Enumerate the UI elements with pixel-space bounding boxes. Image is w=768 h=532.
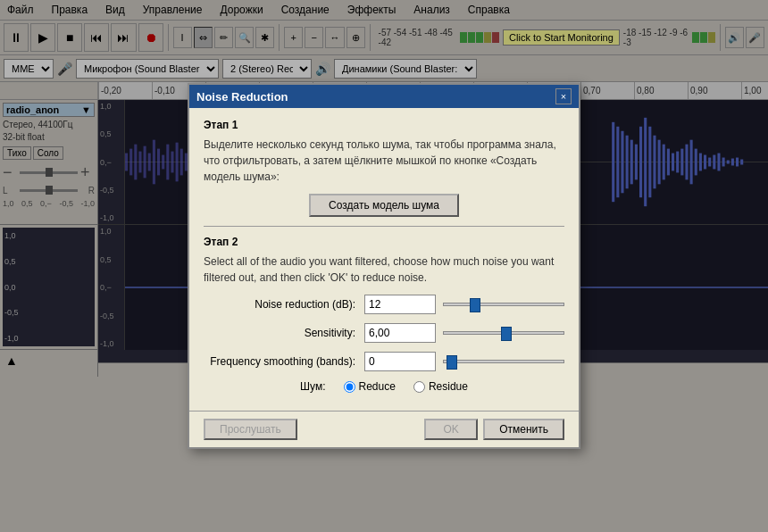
create-model-button[interactable]: Создать модель шума <box>309 194 459 217</box>
residue-radio[interactable] <box>413 381 425 393</box>
footer-left: Прослушать <box>204 419 297 440</box>
noise-mode-row: Шум: Reduce Residue <box>204 380 564 393</box>
ok-button[interactable]: OK <box>424 419 478 440</box>
noise-reduction-slider[interactable] <box>443 303 564 306</box>
dialog-title-bar: Noise Reduction × <box>189 85 579 108</box>
freq-smoothing-input[interactable] <box>364 352 436 371</box>
dialog-close-button[interactable]: × <box>555 88 572 104</box>
sensitivity-row: Sensitivity: <box>204 323 564 343</box>
cancel-button[interactable]: Отменить <box>483 419 564 440</box>
dialog-body: Этап 1 Выделите несколько секунд только … <box>189 108 579 411</box>
dialog-footer: Прослушать OK Отменить <box>189 411 579 447</box>
noise-reduction-input[interactable] <box>364 295 436 314</box>
reduce-radio[interactable] <box>344 381 355 393</box>
noise-reduction-dialog: Noise Reduction × Этап 1 Выделите нескол… <box>188 83 580 449</box>
step1-label: Этап 1 <box>204 119 564 131</box>
step2-label: Этап 2 <box>204 236 564 248</box>
sensitivity-label: Sensitivity: <box>204 327 364 339</box>
sensitivity-thumb[interactable] <box>501 327 512 341</box>
freq-smoothing-thumb[interactable] <box>447 355 457 370</box>
step-divider <box>204 226 564 227</box>
freq-smoothing-row: Frequency smoothing (bands): <box>204 352 564 371</box>
reduce-radio-label[interactable]: Reduce <box>344 380 396 393</box>
step1-desc: Выделите несколько секунд только шума, т… <box>204 137 564 185</box>
create-model-container: Создать модель шума <box>204 194 564 217</box>
footer-right: OK Отменить <box>424 419 564 440</box>
noise-reduction-thumb[interactable] <box>470 298 480 312</box>
sensitivity-slider[interactable] <box>443 331 564 335</box>
freq-smoothing-label: Frequency smoothing (bands): <box>204 355 364 368</box>
residue-radio-label[interactable]: Residue <box>413 380 468 393</box>
sensitivity-input[interactable] <box>364 323 436 343</box>
freq-smoothing-slider[interactable] <box>443 360 564 363</box>
dialog-title: Noise Reduction <box>196 90 288 104</box>
preview-button[interactable]: Прослушать <box>204 419 297 440</box>
step2-desc: Select all of the audio you want filtere… <box>204 254 564 286</box>
residue-label: Residue <box>429 380 468 393</box>
modal-overlay: Noise Reduction × Этап 1 Выделите нескол… <box>0 0 768 532</box>
reduce-label: Reduce <box>359 380 396 393</box>
noise-reduction-label: Noise reduction (dB): <box>204 298 364 311</box>
noise-label: Шум: <box>300 380 325 393</box>
noise-reduction-row: Noise reduction (dB): <box>204 295 564 314</box>
